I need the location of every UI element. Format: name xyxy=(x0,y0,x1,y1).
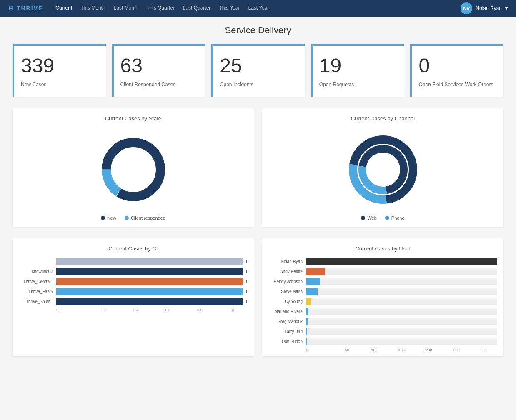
chart-user-bars: Nolan Ryan Andy Petitte Randy Johnson St… xyxy=(268,258,497,352)
stat-number: 339 xyxy=(21,54,100,77)
bar-fill xyxy=(306,288,318,295)
bar-fill xyxy=(306,318,308,325)
stat-card: 25 Open Incidents xyxy=(211,44,305,97)
list-item: Nolan Ryan xyxy=(268,258,497,265)
chart-state-container xyxy=(19,128,248,211)
bar-label: Greg Maddux xyxy=(268,319,306,324)
app-logo: ⊟ THRIVE xyxy=(8,5,43,12)
stat-number: 25 xyxy=(220,54,298,77)
list-item: Thrive_Central1 1 xyxy=(19,278,248,285)
bar-label: Steve Nash xyxy=(268,289,306,294)
list-item: Mariano Rivera xyxy=(268,308,497,315)
bar-axis: 050100150200250300 xyxy=(306,348,497,352)
nav-link-this-quarter[interactable]: This Quarter xyxy=(147,3,175,13)
navbar: ⊟ THRIVE CurrentThis MonthLast MonthThis… xyxy=(0,0,516,17)
legend-client-dot xyxy=(125,216,129,220)
chart-ci-title: Current Cases by CI xyxy=(19,245,248,252)
bar-label: Cy Young xyxy=(268,299,306,304)
nav-link-current[interactable]: Current xyxy=(55,3,72,13)
chart-state-legend: New Client responded xyxy=(19,215,248,220)
axis-tick: 300 xyxy=(470,348,497,352)
user-avatar: NR xyxy=(461,2,472,14)
bar-track xyxy=(306,318,497,325)
bar-label: Randy Johnson xyxy=(268,279,306,284)
bar-label: Don Sutton xyxy=(268,339,306,344)
nav-link-this-year[interactable]: This Year xyxy=(219,3,240,13)
bar-label: snowmid02 xyxy=(19,269,56,274)
bar-track xyxy=(306,328,497,335)
nav-link-last-quarter[interactable]: Last Quarter xyxy=(183,3,211,13)
list-item: Thrive_East5 1 xyxy=(19,288,248,295)
list-item: snowmid02 1 xyxy=(19,268,248,275)
bar-track xyxy=(56,268,243,275)
bar-track xyxy=(306,298,497,305)
page-title: Service Delivery xyxy=(13,25,503,36)
nav-link-last-year[interactable]: Last Year xyxy=(248,3,269,13)
bar-label: Thrive_East5 xyxy=(19,289,56,294)
legend-web-dot xyxy=(361,216,365,220)
chevron-down-icon: ▾ xyxy=(505,5,508,11)
bar-fill xyxy=(306,298,311,305)
list-item: Cy Young xyxy=(268,298,497,305)
nav-link-last-month[interactable]: Last Month xyxy=(114,3,138,13)
stat-number: 19 xyxy=(319,54,398,77)
stat-label: New Cases xyxy=(21,82,46,88)
list-item: Larry Bird xyxy=(268,328,497,335)
axis-tick: 150 xyxy=(388,348,416,352)
legend-web-label: Web xyxy=(367,215,376,220)
chart-state-panel: Current Cases by State New Client res xyxy=(13,109,254,227)
stat-number: 63 xyxy=(120,54,199,77)
axis-tick: 250 xyxy=(443,348,470,352)
axis-tick: 1.0 xyxy=(216,308,248,312)
bar-track xyxy=(56,288,243,295)
stat-number: 0 xyxy=(418,54,497,77)
list-item: Thrive_South1 1 xyxy=(19,298,248,305)
stat-label: Client Responded Cases xyxy=(120,82,176,88)
bar-fill xyxy=(306,268,325,275)
axis-tick: 0.0 xyxy=(56,308,88,312)
list-item: Greg Maddux xyxy=(268,318,497,325)
axis-tick: 100 xyxy=(361,348,388,352)
axis-tick: 0.4 xyxy=(120,308,152,312)
bar-label: Thrive_South1 xyxy=(19,299,56,304)
chart-channel-container xyxy=(268,128,497,211)
stat-card: 339 New Cases xyxy=(13,44,106,97)
bar-value: 1 xyxy=(245,269,248,274)
bar-label: Mariano Rivera xyxy=(268,309,306,314)
legend-new-dot xyxy=(101,216,105,220)
bar-track xyxy=(56,278,243,285)
legend-client: Client responded xyxy=(125,215,165,220)
stat-card: 0 Open Field Services Work Orders xyxy=(410,44,503,97)
chart-ci-bars: 1 snowmid02 1 Thrive_Central1 1 Thrive_E… xyxy=(19,258,248,312)
charts-row-2: Current Cases by CI 1 snowmid02 1 Thrive… xyxy=(13,239,503,356)
list-item: Randy Johnson xyxy=(268,278,497,285)
chart-channel-legend: Web Phone xyxy=(268,215,497,220)
list-item: Don Sutton xyxy=(268,338,497,345)
list-item: 1 xyxy=(19,258,248,265)
bar-label: Larry Bird xyxy=(268,329,306,334)
bar-value: 1 xyxy=(245,259,248,264)
legend-new: New xyxy=(101,215,116,220)
chart-user-title: Current Cases by User xyxy=(268,245,497,252)
axis-tick: 0.6 xyxy=(152,308,184,312)
bar-label: Thrive_Central1 xyxy=(19,279,56,284)
nav-links: CurrentThis MonthLast MonthThis QuarterL… xyxy=(55,3,461,13)
legend-phone-label: Phone xyxy=(391,215,405,220)
stat-card: 19 Open Requests xyxy=(311,44,404,97)
bar-track xyxy=(306,278,497,285)
bar-track xyxy=(306,268,497,275)
stat-card: 63 Client Responded Cases xyxy=(112,44,205,97)
list-item: Steve Nash xyxy=(268,288,497,295)
bar-fill xyxy=(306,328,307,335)
chart-user-panel: Current Cases by User Nolan Ryan Andy Pe… xyxy=(262,239,503,356)
bar-fill xyxy=(306,258,497,265)
bar-label: Andy Petitte xyxy=(268,269,306,274)
bar-fill xyxy=(56,268,243,275)
donut-channel-svg xyxy=(346,132,421,207)
main-content: Service Delivery 339 New Cases 63 Client… xyxy=(0,17,516,365)
axis-tick: 200 xyxy=(415,348,443,352)
bar-track xyxy=(306,288,497,295)
nav-link-this-month[interactable]: This Month xyxy=(80,3,105,13)
axis-tick: 50 xyxy=(333,348,361,352)
axis-tick: 0 xyxy=(306,348,333,352)
